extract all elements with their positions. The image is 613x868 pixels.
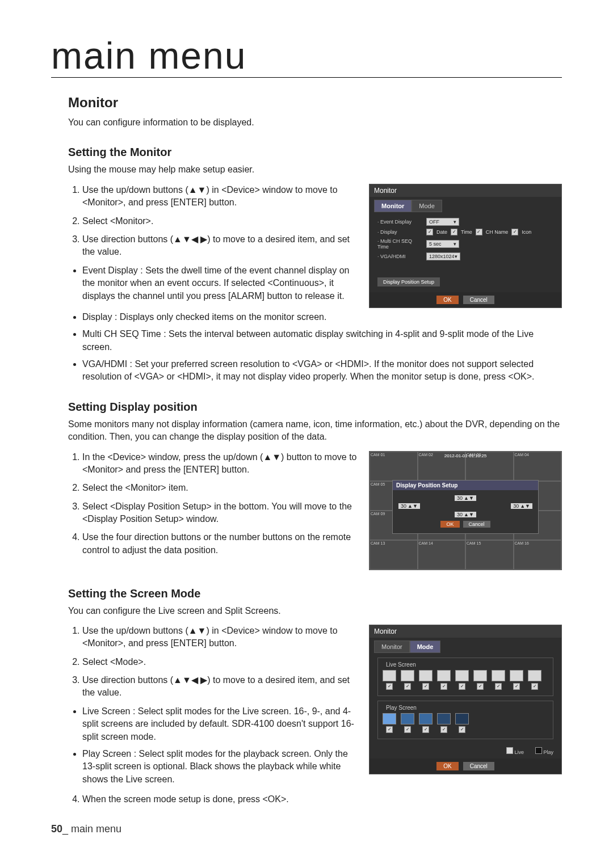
page-footer: 50_ main menu bbox=[51, 823, 562, 835]
split-icon bbox=[419, 713, 433, 724]
split-check[interactable]: ✓ bbox=[404, 683, 411, 690]
pos-top-spinner[interactable]: 30 ▲▼ bbox=[455, 495, 476, 501]
pos-right-spinner[interactable]: 30 ▲▼ bbox=[511, 503, 532, 509]
setting-display-pos-heading: Setting Display position bbox=[68, 401, 562, 414]
cam-cell: CAM 16 bbox=[514, 540, 562, 570]
split-icon bbox=[473, 670, 487, 681]
split-check[interactable]: ✓ bbox=[459, 726, 465, 733]
check-time[interactable]: ✓ bbox=[451, 229, 457, 235]
dialog-title: Monitor bbox=[374, 627, 397, 635]
event-display-select[interactable]: OFF▾ bbox=[426, 218, 459, 226]
step-2: Select <Monitor>. bbox=[82, 215, 358, 227]
display-position-setup-button[interactable]: Display Position Setup bbox=[377, 277, 440, 286]
ok-button[interactable]: OK bbox=[436, 296, 458, 304]
vga-hdmi-select[interactable]: 1280x1024▾ bbox=[426, 252, 460, 260]
timestamp: 2012-01-01 01:10:25 bbox=[370, 453, 561, 458]
split-icon bbox=[437, 713, 451, 724]
setting-display-pos-intro: Some monitors many not display informati… bbox=[68, 418, 562, 444]
screen-mode-intro: You can configure the Live screen and Sp… bbox=[68, 605, 562, 617]
multi-seq-label: · Multi CH SEQ Time bbox=[377, 238, 423, 250]
bullet-event-display: Event Display : Sets the dwell time of t… bbox=[82, 264, 358, 302]
split-check[interactable]: ✓ bbox=[386, 683, 393, 690]
dp-step-4: Use the four direction buttons or the nu… bbox=[82, 531, 358, 557]
pos-bottom-spinner[interactable]: 30 ▲▼ bbox=[455, 512, 476, 517]
check-icon[interactable]: ✓ bbox=[511, 229, 518, 235]
sm-step-3: Use direction buttons (▲▼◀ ▶) to move to… bbox=[82, 674, 358, 700]
section-monitor-heading: Monitor bbox=[68, 95, 562, 111]
setting-monitor-heading: Setting the Monitor bbox=[68, 146, 562, 159]
cancel-button[interactable]: Cancel bbox=[463, 762, 494, 770]
dp-step-3: Select <Display Position Setup> in the b… bbox=[82, 500, 358, 526]
ok-button[interactable]: OK bbox=[436, 762, 458, 770]
chevron-down-icon: ▾ bbox=[454, 241, 456, 247]
split-icon bbox=[492, 670, 505, 681]
sm-step-2: Select <Mode>. bbox=[82, 656, 358, 668]
page-number: 50 bbox=[51, 823, 62, 835]
split-icon bbox=[401, 670, 414, 681]
check-chname[interactable]: ✓ bbox=[476, 229, 482, 235]
split-check[interactable]: ✓ bbox=[531, 683, 538, 690]
event-display-label: · Event Display bbox=[377, 219, 423, 225]
split-icon bbox=[383, 713, 396, 724]
screenshot-monitor-dialog: Monitor Monitor Mode · Event Display OFF… bbox=[369, 184, 562, 308]
split-check[interactable]: ✓ bbox=[459, 683, 465, 690]
screenshot-display-position: CAM 01 CAM 02 CAM 03 CAM 04 CAM 05 CAM 0… bbox=[369, 451, 562, 570]
dp-step-1: In the <Device> window, press the up/dow… bbox=[82, 451, 358, 477]
display-label: · Display bbox=[377, 229, 423, 235]
group-play-title: Play Screen bbox=[384, 705, 419, 711]
pos-left-spinner[interactable]: 30 ▲▼ bbox=[398, 503, 420, 509]
ok-button[interactable]: OK bbox=[440, 521, 459, 528]
check-date[interactable]: ✓ bbox=[426, 229, 433, 235]
cam-cell: CAM 15 bbox=[465, 540, 514, 570]
tab-mode[interactable]: Mode bbox=[412, 200, 442, 212]
screenshot-mode-dialog: Monitor Monitor Mode Live Screen ✓ ✓ ✓ ✓… bbox=[369, 625, 562, 774]
bullet-play-screen: Play Screen : Select split modes for the… bbox=[82, 748, 358, 786]
split-check[interactable]: ✓ bbox=[422, 683, 429, 690]
cancel-button[interactable]: Cancel bbox=[463, 521, 490, 528]
tab-mode[interactable]: Mode bbox=[410, 641, 441, 653]
split-icon bbox=[528, 670, 541, 681]
cam-cell: CAM 14 bbox=[418, 540, 466, 570]
split-check[interactable]: ✓ bbox=[404, 726, 411, 733]
sm-step-4: When the screen mode setup is done, pres… bbox=[82, 793, 562, 806]
group-live-title: Live Screen bbox=[384, 661, 418, 668]
overlay-title: Display Position Setup bbox=[393, 481, 538, 490]
bullet-live-screen: Live Screen : Select split modes for the… bbox=[82, 705, 358, 743]
page-title: main menu bbox=[51, 34, 562, 78]
bullet-display: Display : Displays only checked items on… bbox=[82, 311, 562, 323]
tab-monitor[interactable]: Monitor bbox=[374, 641, 410, 653]
setting-screen-mode-heading: Setting the Screen Mode bbox=[68, 587, 562, 600]
step-1: Use the up/down buttons (▲▼) in <Device>… bbox=[82, 184, 358, 209]
chevron-down-icon: ▾ bbox=[455, 254, 457, 259]
split-icon bbox=[437, 670, 451, 681]
split-check[interactable]: ✓ bbox=[386, 726, 393, 733]
tab-monitor[interactable]: Monitor bbox=[374, 200, 412, 212]
split-check[interactable]: ✓ bbox=[477, 683, 484, 690]
dialog-title: Monitor bbox=[374, 187, 397, 195]
split-icon bbox=[383, 670, 396, 681]
bullet-vga-hdmi: VGA/HDMI : Set your preferred screen res… bbox=[82, 358, 562, 384]
multi-seq-select[interactable]: 5 sec▾ bbox=[426, 240, 459, 248]
legend-play-icon bbox=[535, 747, 542, 754]
cancel-button[interactable]: Cancel bbox=[463, 296, 494, 304]
split-check[interactable]: ✓ bbox=[440, 726, 447, 733]
step-3: Use direction buttons (▲▼◀ ▶) to move to… bbox=[82, 233, 358, 259]
split-check[interactable]: ✓ bbox=[422, 726, 429, 733]
split-icon bbox=[419, 670, 433, 681]
vga-hdmi-label: · VGA/HDMI bbox=[377, 254, 423, 259]
split-icon bbox=[455, 670, 469, 681]
split-icon bbox=[510, 670, 523, 681]
cam-cell: CAM 13 bbox=[370, 540, 418, 570]
split-check[interactable]: ✓ bbox=[495, 683, 502, 690]
bullet-multi-seq: Multi CH SEQ Time : Sets the interval be… bbox=[82, 328, 562, 353]
setting-monitor-hint: Using the mouse may help make setup easi… bbox=[68, 163, 562, 176]
legend-live-icon bbox=[506, 747, 513, 754]
split-check[interactable]: ✓ bbox=[513, 683, 520, 690]
split-icon bbox=[401, 713, 414, 724]
chevron-down-icon: ▾ bbox=[454, 219, 456, 225]
footer-label: main menu bbox=[71, 823, 121, 835]
split-icon bbox=[455, 713, 469, 724]
monitor-intro: You can configure information to be disp… bbox=[68, 116, 562, 129]
split-check[interactable]: ✓ bbox=[440, 683, 447, 690]
dp-step-2: Select the <Monitor> item. bbox=[82, 482, 358, 494]
